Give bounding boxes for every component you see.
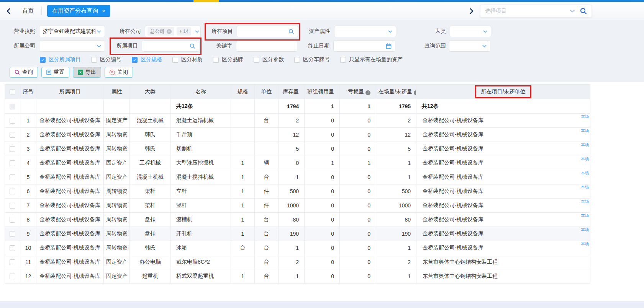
tabs-scroll-right-icon[interactable] [469, 8, 474, 14]
cell-onsite[interactable]: 1 [376, 269, 416, 284]
cell-stock[interactable]: 12 [279, 128, 305, 142]
cell-loss[interactable]: 0 [340, 241, 376, 255]
cell-team[interactable]: 0 [305, 184, 340, 199]
cell-onsite[interactable]: 500 [376, 184, 416, 199]
cell-team[interactable]: 0 [305, 227, 340, 241]
cell-stock[interactable]: 1000 [279, 199, 305, 213]
onsite-link[interactable]: 本场 [581, 213, 589, 218]
cell-loss[interactable]: 0 [340, 142, 376, 156]
filter-checkbox-3[interactable]: 区分材质 [172, 56, 203, 63]
located-project-search-input[interactable] [237, 26, 298, 37]
project-select[interactable]: 选择项目 [480, 5, 592, 18]
cell-team[interactable]: 0 [305, 114, 340, 128]
cell-onsite[interactable]: 2 [376, 255, 416, 269]
located-company-select[interactable]: 总公司× + 14 [145, 26, 201, 37]
checkbox-unchecked-icon[interactable] [172, 57, 178, 63]
cell-team[interactable]: 0 [305, 199, 340, 213]
row-checkbox[interactable] [10, 189, 15, 194]
cell-stock[interactable]: 190 [279, 227, 305, 241]
checkbox-unchecked-icon[interactable] [340, 57, 346, 63]
cell-loss[interactable]: 0 [340, 114, 376, 128]
onsite-link[interactable]: 本场 [581, 114, 589, 119]
cell-loss[interactable]: 0 [340, 128, 376, 142]
cell-loss[interactable]: 1 [340, 156, 376, 170]
row-checkbox[interactable] [10, 274, 15, 279]
asset-attribute-select[interactable] [334, 26, 396, 37]
row-checkbox[interactable] [10, 245, 15, 251]
cell-onsite[interactable]: 12 [376, 128, 416, 142]
cell-team[interactable]: 0 [305, 269, 340, 284]
cell-team[interactable]: 0 [305, 128, 340, 142]
cell-stock[interactable]: 1 [279, 269, 305, 284]
cell-team[interactable]: 1 [305, 156, 340, 170]
row-checkbox[interactable] [10, 217, 15, 223]
keyword-input[interactable] [236, 40, 297, 52]
end-date-input[interactable] [333, 40, 395, 52]
query-scope-select[interactable] [449, 40, 490, 52]
cell-onsite[interactable]: 80 [376, 213, 416, 227]
tag-remove-icon[interactable]: × [167, 29, 172, 34]
query-button[interactable]: 查询 [10, 67, 38, 78]
filter-checkbox-2[interactable]: ✓区分规格 [132, 56, 162, 63]
row-checkbox[interactable] [10, 231, 15, 237]
row-checkbox[interactable] [10, 160, 15, 166]
onsite-link[interactable]: 本场 [581, 171, 589, 176]
cell-loss[interactable]: 0 [340, 227, 376, 241]
tab-active[interactable]: 在用资产分布查询 × [47, 5, 110, 17]
filter-checkbox-5[interactable]: 区分参数 [254, 56, 284, 63]
tab-close-icon[interactable]: × [102, 8, 105, 14]
cell-team[interactable]: 0 [305, 142, 340, 156]
owning-project-search-input[interactable] [142, 40, 199, 52]
horizontal-scrollbar-track[interactable] [0, 301, 644, 308]
business-license-select[interactable]: 济宁金虹装配式建筑科技 [39, 26, 105, 37]
cell-loss[interactable]: 0 [340, 184, 376, 199]
cell-stock[interactable]: 2 [279, 255, 305, 269]
onsite-link[interactable]: 本场 [581, 227, 589, 233]
cell-onsite[interactable]: 1 [376, 156, 416, 170]
filter-checkbox-7[interactable]: 只显示有在场量的资产 [340, 56, 403, 63]
checkbox-checked-icon[interactable]: ✓ [40, 57, 46, 63]
row-checkbox[interactable] [10, 118, 15, 124]
cell-onsite[interactable]: 1 [376, 241, 416, 255]
cell-onsite[interactable]: 1 [376, 170, 416, 184]
checkbox-unchecked-icon[interactable] [91, 57, 97, 63]
onsite-link[interactable]: 本场 [581, 241, 589, 247]
cell-stock[interactable]: 5 [279, 142, 305, 156]
filter-checkbox-1[interactable]: 区分编号 [91, 56, 121, 63]
onsite-link[interactable]: 本场 [581, 128, 589, 134]
onsite-link[interactable]: 本场 [581, 199, 589, 204]
export-button[interactable]: X 导出 [73, 67, 101, 78]
major-category-select[interactable] [450, 26, 491, 37]
cell-onsite[interactable]: 1000 [376, 199, 416, 213]
cell-onsite[interactable]: 190 [376, 227, 416, 241]
reset-button[interactable]: 重置 [41, 67, 69, 78]
cell-team[interactable]: 0 [305, 255, 340, 269]
onsite-link[interactable]: 本场 [581, 156, 589, 162]
checkbox-checked-icon[interactable]: ✓ [132, 57, 138, 63]
cell-loss[interactable]: 0 [340, 213, 376, 227]
cell-loss[interactable]: 0 [340, 269, 376, 284]
cell-stock[interactable]: 80 [279, 213, 305, 227]
cell-team[interactable]: 0 [305, 213, 340, 227]
checkbox-unchecked-icon[interactable] [213, 57, 219, 63]
cell-loss[interactable]: 0 [340, 199, 376, 213]
cell-stock[interactable]: 1 [279, 170, 305, 184]
row-checkbox[interactable] [10, 203, 15, 209]
onsite-link[interactable]: 本场 [581, 142, 589, 148]
row-checkbox[interactable] [10, 259, 15, 265]
cell-onsite[interactable]: 2 [376, 114, 416, 128]
row-checkbox[interactable] [10, 174, 15, 180]
checkbox-unchecked-icon[interactable] [254, 57, 259, 63]
cell-team[interactable]: 0 [305, 241, 340, 255]
tabs-scroll-left-icon[interactable] [6, 8, 11, 14]
search-icon[interactable] [580, 8, 587, 15]
checkbox-unchecked-icon[interactable] [294, 57, 300, 63]
cell-stock[interactable]: 2 [279, 114, 305, 128]
row-checkbox[interactable] [10, 146, 15, 152]
cell-stock[interactable]: 0 [279, 156, 305, 170]
owning-company-select[interactable] [39, 40, 105, 52]
filter-checkbox-6[interactable]: 区分车牌号 [294, 56, 330, 63]
cell-team[interactable]: 0 [305, 170, 340, 184]
cell-stock[interactable]: 500 [279, 184, 305, 199]
close-button[interactable]: × 关闭 [105, 67, 133, 78]
